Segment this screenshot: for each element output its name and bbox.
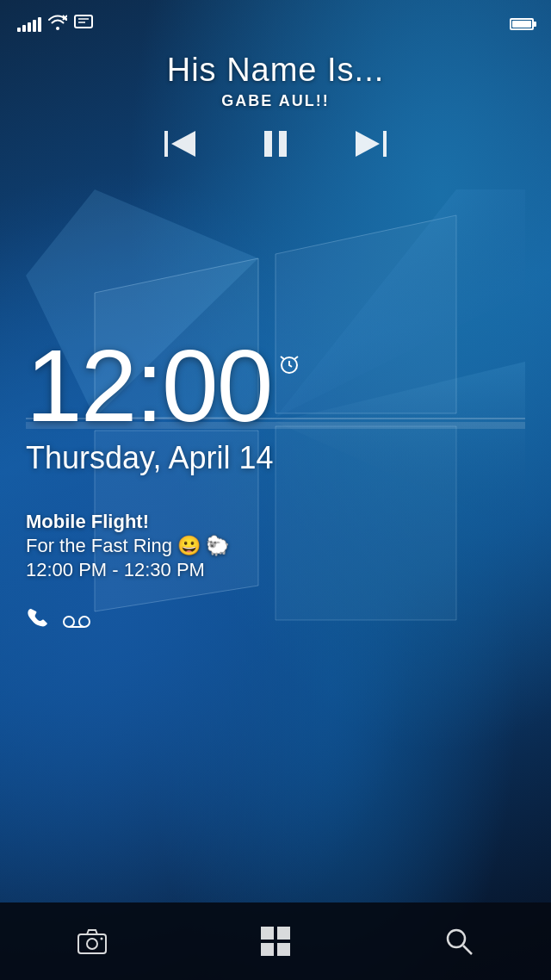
svg-line-32	[463, 946, 472, 954]
notification-subtitle-text: For the Fast Ring 😀 🐑	[26, 535, 229, 556]
svg-rect-17	[279, 131, 287, 157]
svg-point-21	[64, 617, 74, 627]
svg-rect-14	[164, 131, 168, 157]
time-indicators	[278, 352, 300, 380]
notification-subtitle: For the Fast Ring 😀 🐑	[26, 535, 525, 557]
taskbar	[0, 902, 551, 980]
wifi-icon	[48, 15, 67, 34]
voicemail-icon	[62, 613, 91, 633]
svg-rect-27	[261, 927, 274, 940]
svg-point-22	[79, 617, 90, 627]
camera-button[interactable]	[71, 920, 114, 963]
svg-rect-28	[277, 927, 290, 940]
status-bar	[0, 0, 551, 45]
status-left-icons	[17, 15, 93, 34]
svg-rect-11	[75, 16, 92, 28]
artist-name: GABE AUL!!	[17, 92, 534, 110]
svg-rect-18	[383, 131, 387, 157]
date-display: Thursday, April 14	[26, 440, 525, 476]
call-section	[0, 581, 551, 639]
windows-button[interactable]	[254, 920, 297, 963]
song-title: His Name Is...	[17, 52, 534, 89]
music-player: His Name Is... GABE AUL!!	[0, 45, 551, 180]
notification-time: 12:00 PM - 12:30 PM	[26, 559, 525, 581]
pause-button[interactable]	[264, 131, 287, 163]
svg-rect-16	[264, 131, 272, 157]
time-row: 12:00	[26, 335, 525, 437]
clock-section: 12:00 Thursday, April 14	[0, 180, 551, 476]
time-display: 12:00	[26, 335, 271, 437]
svg-marker-19	[356, 131, 380, 157]
next-button[interactable]	[356, 131, 387, 163]
svg-marker-15	[171, 131, 195, 157]
svg-rect-24	[78, 934, 106, 953]
svg-point-25	[87, 939, 97, 949]
svg-rect-29	[261, 943, 274, 956]
svg-point-31	[448, 930, 465, 947]
notification-section: Mobile Flight! For the Fast Ring 😀 🐑 12:…	[0, 476, 551, 581]
svg-rect-30	[277, 943, 290, 956]
phone-icon	[26, 607, 52, 639]
search-button[interactable]	[437, 920, 480, 963]
battery-icon	[510, 18, 534, 30]
notification-title: Mobile Flight!	[26, 511, 525, 533]
prev-button[interactable]	[164, 131, 195, 163]
svg-point-26	[100, 938, 102, 940]
media-controls	[17, 131, 534, 163]
signal-strength-icon	[17, 16, 41, 32]
alarm-icon	[278, 352, 300, 380]
message-icon	[74, 15, 93, 34]
